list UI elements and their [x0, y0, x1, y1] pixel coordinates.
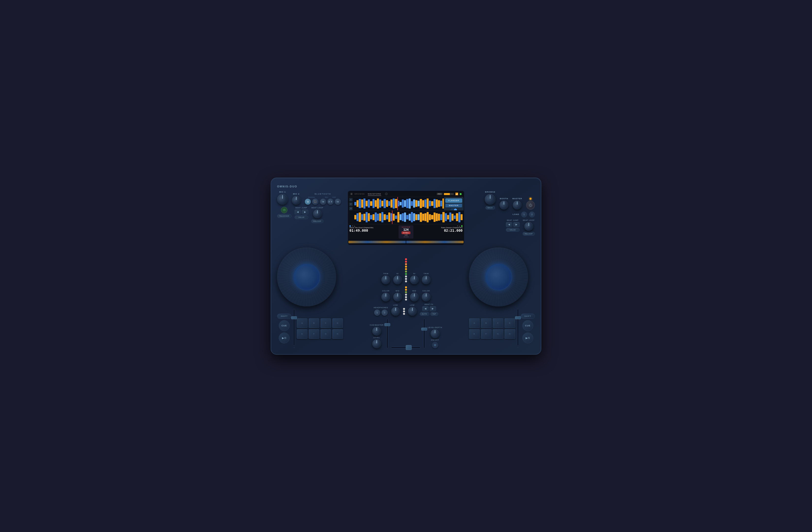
back-btn[interactable]: BACK — [485, 206, 495, 209]
play-pause-btn[interactable]: ⏵⏸ — [327, 198, 334, 205]
on-off-btn[interactable] — [432, 342, 438, 348]
right-pad-e[interactable]: E — [469, 329, 480, 339]
jog-wheel-left[interactable] — [277, 248, 336, 307]
master-knob[interactable] — [513, 201, 522, 209]
mic1-knob[interactable] — [277, 194, 288, 205]
beat-fx-label: BEAT FX — [425, 304, 434, 305]
right-pad-a[interactable]: A — [469, 318, 480, 328]
right-pad-c[interactable]: C — [493, 318, 504, 328]
master-fx-btn[interactable]: MASTER — [445, 204, 462, 207]
left-pad-a[interactable]: A — [297, 318, 308, 328]
sidebar-btn-3[interactable]: 3 — [349, 207, 352, 210]
left-pad-d[interactable]: D — [332, 318, 343, 328]
right-pad-f[interactable]: F — [481, 329, 492, 339]
left-cue-btn[interactable]: CUE — [279, 320, 290, 331]
info-icon[interactable]: ⓘ — [385, 192, 388, 196]
level-knob[interactable] — [372, 339, 381, 348]
deck2-info: ▼ ▲ Rainy Season (Original Mix) 02:21.00… — [415, 225, 463, 239]
right-fader-handle[interactable] — [515, 316, 521, 319]
browse-tab[interactable]: BROWSE — [354, 192, 365, 196]
cue-master-knob[interactable] — [372, 327, 381, 336]
trim-r-knob[interactable] — [422, 276, 431, 284]
sidebar-btn-2[interactable]: 2 — [349, 203, 352, 206]
reloop-btn[interactable]: RELOOP — [311, 219, 323, 223]
right-play-btn[interactable]: ▶/II — [522, 332, 533, 343]
talkover-btn[interactable]: TALKOVER — [277, 214, 292, 218]
jog-wheel-right[interactable] — [469, 248, 528, 307]
headphones-icon[interactable]: 🎧 — [312, 198, 318, 205]
level-depth-knob[interactable] — [431, 329, 439, 338]
auto-btn[interactable]: AUTO — [420, 312, 430, 316]
right-cue-btn[interactable]: CUE — [522, 320, 533, 331]
beat-jump-r-left-btn[interactable]: ◀ — [506, 222, 512, 227]
beat-loop-r-knob[interactable] — [524, 222, 533, 231]
crossfader-handle[interactable] — [406, 345, 412, 350]
right-pad-b[interactable]: B — [481, 318, 492, 328]
fx-toggle[interactable] — [450, 208, 457, 210]
on-btn[interactable]: ON — [281, 207, 287, 213]
left-pad-f[interactable]: F — [308, 329, 319, 339]
ch2-fader-track — [423, 319, 425, 348]
power-btn[interactable]: ⏻ — [526, 201, 535, 209]
mid-r-knob[interactable] — [410, 293, 419, 301]
booth-knob[interactable] — [499, 201, 508, 209]
left-pad-g[interactable]: G — [320, 329, 331, 339]
tap-btn[interactable]: TAP — [430, 312, 438, 316]
left-pad-c[interactable]: C — [320, 318, 331, 328]
prev-btn[interactable]: ⏮ — [320, 198, 326, 205]
beat-loop-knob[interactable] — [313, 209, 322, 218]
load-2-btn[interactable]: 2 — [529, 211, 535, 218]
load-1-btn[interactable]: 1 — [521, 211, 527, 218]
next-btn[interactable]: ⏭ — [335, 198, 341, 205]
beat-jump-value-r-btn[interactable]: VALUE — [506, 228, 520, 232]
rec-badge[interactable]: REC — [437, 193, 443, 195]
right-shift-btn[interactable]: SHIFT — [521, 314, 535, 319]
beat-jump-left-btn[interactable]: ◀ — [294, 209, 301, 215]
waveform-tab[interactable]: WAVEFORM — [368, 192, 381, 196]
sync-btn[interactable]: SYNC — [402, 232, 410, 234]
beat-jump-r-right-btn[interactable]: ▶ — [513, 222, 520, 227]
right-pad-g[interactable]: G — [493, 329, 504, 339]
right-pad-h[interactable]: H — [504, 329, 515, 339]
left-play-btn[interactable]: ▶/II — [279, 332, 290, 343]
left-shift-btn[interactable]: SHIFT — [277, 314, 291, 319]
left-pad-b[interactable]: B — [308, 318, 319, 328]
beat-fx-left-btn[interactable]: ◀ — [422, 306, 429, 311]
ch1-fader-handle[interactable] — [385, 323, 390, 326]
low-r-knob[interactable] — [408, 307, 417, 316]
dj-controller: OMNIS-DUO MIC 1 MIC 2 BLUETOOTH — [271, 178, 541, 355]
mid-l-knob[interactable] — [393, 293, 402, 301]
left-pad-h[interactable]: H — [332, 329, 343, 339]
headphones-label: HEADPHONES — [374, 307, 388, 308]
bluetooth-icon[interactable]: ⌾ — [305, 198, 311, 205]
menu-icon[interactable]: ☰ — [350, 193, 352, 195]
sidebar-btn-1[interactable]: 1 — [349, 198, 352, 202]
mic2-knob[interactable] — [292, 196, 301, 205]
beat-fx-right-btn[interactable]: ▶ — [430, 306, 436, 311]
vu-l-w1 — [403, 308, 405, 310]
trim-l-knob[interactable] — [381, 276, 390, 284]
hp-1-btn[interactable]: 1 — [374, 309, 380, 316]
beat-jump-right-btn[interactable]: ▶ — [302, 209, 308, 215]
deck1-song: Above The Cloud (Original Mix) — [349, 227, 397, 228]
crossfader-group — [391, 347, 421, 348]
hp-2-btn[interactable]: 2 — [381, 309, 388, 316]
color-r-knob[interactable] — [422, 293, 431, 301]
screen-tabs: BROWSE WAVEFORM — [354, 192, 381, 196]
fader-row: CUE/MASTER LEVEL — [346, 319, 466, 348]
reloop-r-btn[interactable]: RELOOP — [523, 232, 535, 236]
hi-r-knob[interactable] — [410, 276, 419, 284]
browse-knob[interactable] — [485, 194, 496, 205]
beat-jump-value-btn[interactable]: VALUE — [294, 216, 308, 219]
beat-jump-btns: ◀ ▶ — [294, 209, 308, 215]
left-pad-e[interactable]: E — [297, 329, 308, 339]
waveform-area: 1 2 3 .wb { — [348, 197, 464, 224]
hi-l-knob[interactable] — [393, 276, 402, 284]
left-fader-handle[interactable] — [291, 316, 297, 319]
low-l-knob[interactable] — [391, 307, 400, 316]
color-l-knob[interactable] — [381, 293, 390, 301]
flanger-btn[interactable]: FLANGER — [445, 198, 462, 203]
mic1-label: MIC 1 — [279, 191, 286, 193]
ch2-fader-handle[interactable] — [421, 328, 427, 330]
right-pad-d[interactable]: D — [504, 318, 515, 328]
